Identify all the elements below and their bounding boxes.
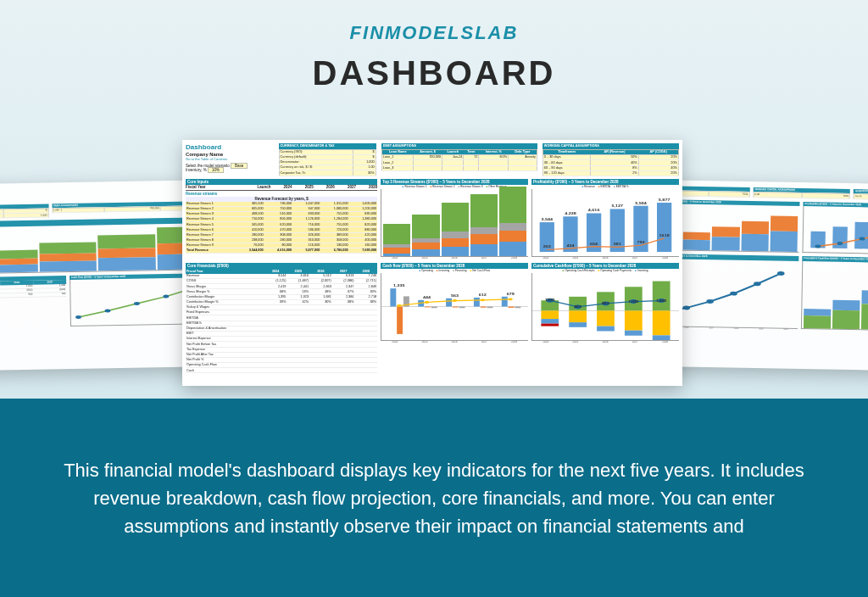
svg-text:444: 444 (423, 296, 431, 299)
svg-rect-56 (487, 307, 493, 309)
svg-rect-81 (653, 282, 670, 311)
svg-text:1200: 1200 (656, 299, 667, 303)
toc-link-f[interactable]: Go to the Table of Contents (186, 158, 274, 162)
svg-point-63 (425, 301, 429, 304)
cumulative-chart: 123546386211001200 (531, 273, 679, 341)
prof-chart-r (802, 206, 868, 255)
svg-rect-78 (625, 287, 643, 310)
currency-table: Currency$Denominator1,000 (0, 209, 48, 220)
cur-head-f: CURRENCY, DENOMINATOR & TAX (279, 143, 376, 149)
svg-text:612: 612 (479, 293, 487, 297)
svg-point-3 (163, 295, 169, 298)
svg-text:463: 463 (574, 305, 582, 309)
svg-text:5,504: 5,504 (635, 202, 647, 205)
svg-text:3,544: 3,544 (542, 218, 554, 221)
page-title: DASHBOARD (0, 54, 868, 92)
svg-rect-74 (569, 322, 587, 327)
svg-text:654: 654 (590, 243, 598, 246)
svg-rect-60 (515, 307, 520, 309)
currency-table-f: Currency (ISO):$Currency (default):$Deno… (279, 149, 376, 176)
svg-rect-52 (459, 307, 465, 309)
svg-rect-48 (431, 307, 437, 309)
svg-rect-79 (625, 311, 643, 331)
svg-text:1235: 1235 (545, 298, 556, 302)
svg-point-62 (397, 304, 401, 307)
svg-text:1100: 1100 (628, 300, 639, 304)
svg-text:4,228: 4,228 (565, 213, 576, 216)
svg-text:793: 793 (637, 242, 645, 245)
svg-rect-6 (832, 226, 848, 248)
svg-text:424: 424 (566, 244, 575, 248)
svg-rect-7 (854, 222, 868, 249)
svg-rect-71 (541, 324, 559, 326)
svg-point-64 (453, 299, 457, 302)
svg-rect-80 (625, 331, 643, 336)
wc-head-f: WORKING CAPITAL ASSUMPTIONS (542, 143, 679, 149)
svg-text:1618: 1618 (659, 234, 670, 237)
debt-head-f: DEBT ASSUMPTIONS (381, 143, 537, 149)
svg-rect-50 (446, 298, 452, 307)
svg-text:563: 563 (451, 294, 459, 298)
mock-card-front: Dashboard Company Name Go to the Table o… (182, 140, 682, 386)
svg-point-1 (104, 310, 110, 313)
svg-rect-42 (391, 288, 397, 306)
svg-rect-59 (509, 307, 515, 308)
svg-rect-47 (425, 307, 431, 308)
svg-point-66 (509, 298, 513, 300)
description-text: This financial model's dashboard display… (59, 456, 809, 540)
mini-fin-table: 201720182019 Revenue1,2001,8002,400 COGS… (0, 280, 66, 299)
svg-rect-69 (541, 311, 559, 320)
svg-point-65 (481, 298, 485, 301)
svg-point-0 (75, 315, 81, 319)
svg-rect-83 (653, 335, 670, 340)
svg-text:581: 581 (614, 243, 622, 247)
hero-section: FINMODELSLAB DASHBOARD Dashboard Company… (0, 0, 868, 399)
svg-rect-51 (453, 307, 459, 308)
svg-rect-43 (397, 307, 403, 334)
revenue-input-table: Revenue Stream 1305,500736,0001,047,0001… (186, 202, 377, 254)
debt-table-f: Loan NameAmount, $LaunchTermInterest, %D… (381, 149, 537, 171)
cum-chart-r (801, 261, 868, 332)
svg-rect-33 (657, 203, 671, 252)
svg-rect-70 (541, 319, 559, 324)
svg-text:862: 862 (602, 302, 610, 305)
svg-text:1,235: 1,235 (393, 284, 405, 287)
cashflow-chart: 1,235444563612679 (381, 273, 528, 341)
svg-text:679: 679 (507, 293, 515, 296)
svg-text:5,127: 5,127 (612, 205, 624, 209)
svg-rect-82 (653, 311, 670, 336)
svg-rect-76 (597, 311, 615, 326)
svg-text:263: 263 (543, 246, 552, 249)
wc-table-f: TimeframesAR (Revenue)AP (COGS)0 – 30 da… (542, 149, 679, 176)
svg-text:5,877: 5,877 (659, 198, 670, 202)
brand-logo: FINMODELSLAB (0, 0, 868, 44)
svg-point-2 (134, 302, 140, 305)
profitability-chart: 3,5444,2284,6165,1275,5045,8772634246545… (531, 189, 679, 257)
description-section: This financial model's dashboard display… (0, 399, 868, 597)
top3-revenue-chart (381, 189, 528, 257)
svg-rect-54 (474, 298, 480, 307)
screenshot-mockups: Dashboard Company Name Go to the Table o… (0, 131, 868, 399)
core-financials-table: Fiscal Year20242025202620272028Revenue3,… (186, 269, 377, 373)
svg-rect-77 (597, 326, 615, 332)
svg-text:4,616: 4,616 (588, 209, 600, 213)
svg-rect-58 (502, 297, 508, 307)
svg-rect-55 (481, 307, 487, 308)
card-heading-f: Dashboard (186, 143, 274, 152)
svg-rect-73 (569, 311, 587, 323)
